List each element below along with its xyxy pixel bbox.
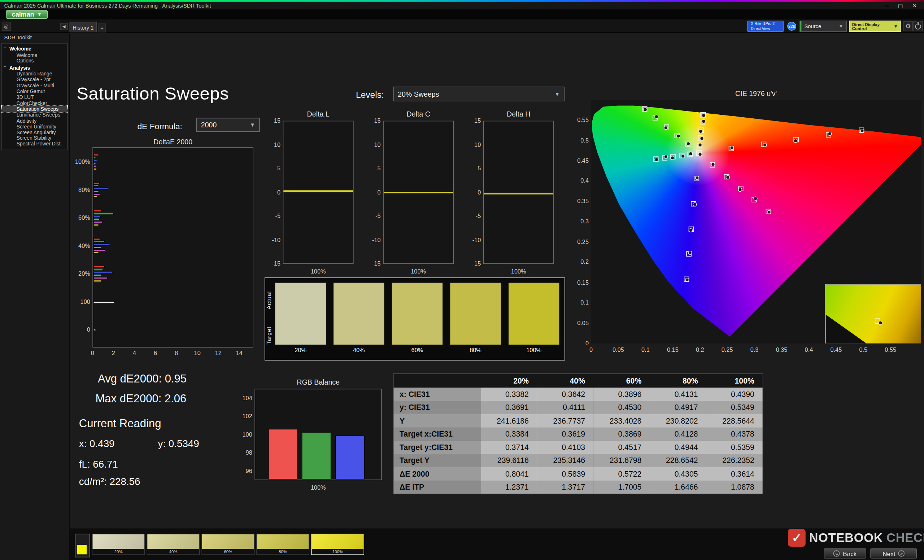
collapse-sidebar-button[interactable]: ◀ — [60, 23, 68, 30]
cie-measured-marker-blue — [685, 278, 689, 282]
table-header-40: 40% — [537, 374, 593, 388]
sidebar-item-screen-uniformity[interactable]: Screen Uniformity — [2, 124, 67, 130]
delta-h-y-tick: 5 — [466, 165, 481, 171]
table-row-label: Y — [394, 414, 481, 428]
close-button[interactable]: ✕ — [912, 3, 917, 8]
deltae-bar — [93, 301, 115, 303]
table-cell: 226.2352 — [706, 454, 762, 467]
cie-measured-marker-yellow — [699, 129, 703, 133]
thumbnail-100[interactable]: 100% — [311, 534, 364, 555]
maximize-button[interactable]: ▢ — [898, 3, 903, 8]
cie-measured-marker-blue — [695, 176, 699, 180]
calman-logo: calman — [12, 11, 34, 18]
display-control-label: Direct Display Control — [852, 22, 893, 30]
sidebar-item-screen-stability[interactable]: Screen Stability — [2, 135, 67, 141]
new-tab-button[interactable]: + — [98, 24, 106, 32]
source-dropdown[interactable]: Source ▼ — [800, 21, 847, 32]
deltae-bar — [93, 266, 105, 268]
sidebar-item-spectral-power-dist[interactable]: Spectral Power Dist. — [2, 141, 67, 147]
cie-y-tick: 0.35 — [573, 198, 589, 204]
deltae-bar — [93, 244, 111, 246]
thumbnail-60[interactable]: 60% — [201, 534, 255, 555]
table-cell: 228.5644 — [706, 414, 762, 428]
display-control-dropdown[interactable]: Direct Display Control ▼ — [849, 21, 901, 32]
table-header-100: 100% — [706, 374, 762, 388]
deltae-bar — [93, 190, 99, 193]
mini-patch-thumbnail[interactable] — [75, 534, 90, 557]
footer-strip: 20%40%60%80%100% ✓ NOTEBOOKCHECK « Back … — [70, 528, 924, 560]
deltae-bar — [93, 238, 100, 240]
sidebar-item-screen-angularity[interactable]: Screen Angularity — [2, 130, 67, 135]
minimize-button[interactable]: ─ — [885, 3, 889, 8]
calman-menu-button[interactable]: calman ▼ — [6, 10, 48, 19]
delta-h-y-tick: 0 — [466, 189, 481, 195]
deltae-bar — [93, 252, 99, 255]
tab-history-1[interactable]: History 1 — [70, 22, 97, 32]
cie-y-tick: 0.55 — [573, 117, 589, 123]
sidebar-section-welcome[interactable]: Welcome — [2, 45, 67, 53]
deltae-x-tick: 0 — [91, 350, 94, 356]
table-cell: 0.5349 — [706, 401, 762, 414]
power-button[interactable] — [914, 21, 923, 31]
back-button[interactable]: « Back — [824, 548, 866, 559]
thumbnail-80[interactable]: 80% — [256, 534, 309, 555]
sidebar-item-color-gamut[interactable]: Color Gamut — [2, 89, 67, 94]
table-row-target-x-cie31: Target x:CIE310.33840.36190.38690.41280.… — [394, 427, 763, 440]
sidebar-item-dynamic-range[interactable]: Dynamic Range — [2, 71, 67, 77]
sidebar-item-3d-lut[interactable]: 3D LUT — [2, 94, 67, 100]
cie-x-tick: 0.05 — [612, 346, 624, 353]
deltae-x-tick: 8 — [175, 350, 178, 356]
sidebar-item-grayscale-multi[interactable]: Grayscale - Multi — [2, 83, 67, 89]
levels-select[interactable]: 20% Sweeps ▼ — [393, 87, 564, 101]
sidebar-item-options[interactable]: Options — [2, 58, 67, 64]
watermark-text-2: CHECK — [886, 531, 924, 545]
meter-line1: X-Rite i1Pro 2 — [751, 21, 783, 26]
sidebar-item-luminance-sweeps[interactable]: Luminance Sweeps — [2, 112, 67, 118]
table-row-target-y-cie31: Target y:CIE310.37140.41030.45170.49440.… — [394, 440, 763, 454]
cie-measured-marker-cyan — [663, 155, 668, 159]
table-cell: 1.3717 — [537, 480, 593, 494]
cie-x-tick: 0 — [590, 346, 592, 353]
table-cell: 0.4390 — [706, 388, 762, 401]
de-formula-select[interactable]: 2000 ▼ — [196, 118, 260, 132]
table-cell: 233.4028 — [593, 414, 650, 428]
delta-c-y-tick: 15 — [365, 117, 380, 124]
sidebar-item-welcome[interactable]: Welcome — [2, 52, 67, 58]
cie-measured-marker-cyan — [654, 158, 658, 162]
swatch-label-100: 100% — [508, 347, 559, 353]
settings-button[interactable]: ⚙ — [903, 21, 913, 31]
sidebar-item-grayscale-2pt[interactable]: Grayscale - 2pt — [2, 77, 67, 82]
table-header-corner — [394, 374, 481, 388]
panel-toggle-button[interactable]: ◎ — [2, 22, 10, 30]
delta-h-x-label: 100% — [483, 268, 554, 275]
cie-measured-marker-cyan — [688, 152, 693, 156]
thumbnail-40[interactable]: 40% — [147, 534, 200, 555]
swatch-label-60: 60% — [392, 347, 442, 353]
swatch-20 — [275, 283, 326, 344]
sidebar-item-saturation-sweeps[interactable]: Saturation Sweeps — [2, 106, 67, 112]
rgb-bar-red — [268, 429, 298, 479]
cie-inset-dark-corner — [825, 285, 921, 343]
title-bar: Calman 2025 Calman Ultimate for Business… — [0, 2, 924, 9]
back-arrow-icon: « — [833, 550, 840, 557]
meter-button[interactable]: X-Rite i1Pro 2 Direct View — [747, 21, 784, 32]
delta-h-title: Delta H — [483, 110, 554, 118]
cie-measured-marker-red — [763, 142, 767, 147]
deltae-x-tick: 14 — [236, 350, 243, 356]
thumbnail-label: 80% — [257, 549, 309, 555]
deltae-group-label: 0 — [71, 326, 90, 333]
next-button[interactable]: Next » — [870, 548, 917, 559]
delta-l-y-tick: -5 — [265, 213, 280, 219]
sidebar-item-additivity[interactable]: Additivity — [2, 118, 67, 124]
delta-l-y-tick: 15 — [265, 117, 280, 124]
cie-measured-marker-green — [643, 108, 647, 111]
reading-badge[interactable]: 228 — [787, 22, 796, 30]
thumbnail-20[interactable]: 20% — [92, 534, 145, 555]
cie-title: CIE 1976 u'v' — [591, 90, 921, 98]
sidebar-item-colorchecker[interactable]: ColorChecker — [2, 100, 67, 106]
delta-c-y-tick: -15 — [365, 261, 380, 267]
delta-l-y-tick: 5 — [265, 165, 280, 171]
sidebar-section-analysis[interactable]: Analysis — [2, 64, 67, 72]
table-cell: 0.4944 — [650, 440, 706, 454]
table-cell: 0.5839 — [537, 467, 593, 481]
